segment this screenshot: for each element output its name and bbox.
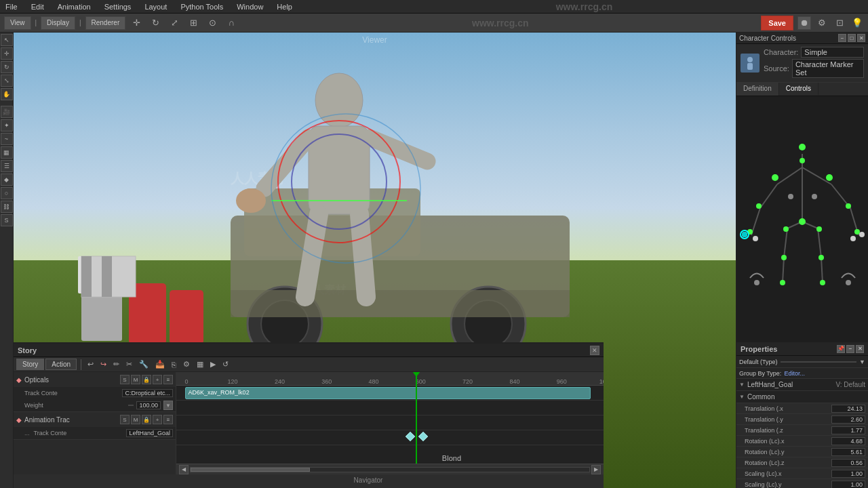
loop-icon[interactable]: ↺	[220, 359, 231, 369]
track-solo[interactable]: S	[120, 375, 130, 384]
scroll-left[interactable]: ◀	[179, 465, 189, 474]
cc-minimize[interactable]: −	[838, 34, 846, 42]
menu-settings[interactable]: Settings	[102, 3, 134, 11]
rotate-icon[interactable]: ↻	[149, 16, 162, 30]
anim-solo[interactable]: S	[120, 415, 130, 424]
copy-icon[interactable]: ⎘	[170, 360, 178, 369]
settings2-icon[interactable]: ⚙	[181, 359, 192, 369]
scroll-right[interactable]: ▶	[591, 465, 601, 474]
play-icon[interactable]: ▶	[208, 359, 218, 369]
redo-icon[interactable]: ↪	[98, 359, 108, 369]
keyframe-2[interactable]	[418, 432, 428, 441]
track-controls: S M 🔒 + ≡	[120, 375, 173, 384]
settings-icon[interactable]: ⚙	[815, 16, 829, 30]
track-menu[interactable]: ≡	[163, 375, 173, 384]
menu-edit[interactable]: Edit	[28, 3, 47, 11]
render-icon[interactable]: 💡	[850, 16, 864, 30]
renderer-button[interactable]: Renderer	[85, 16, 126, 30]
char-value[interactable]: Simple	[801, 47, 864, 58]
deform-tool[interactable]: S	[1, 214, 13, 226]
story-title: Story	[18, 346, 37, 354]
view-button[interactable]: View	[4, 16, 31, 30]
menu-file[interactable]: File	[3, 3, 20, 11]
null-tool[interactable]: ○	[1, 187, 13, 199]
rot-z-input[interactable]	[831, 459, 865, 467]
scale-x-input[interactable]	[831, 470, 865, 478]
pan-tool[interactable]: ✋	[1, 88, 13, 100]
track-mute[interactable]: M	[131, 375, 140, 384]
pencil-icon[interactable]: ✏	[111, 359, 121, 369]
magnet-icon[interactable]: 🔧	[137, 359, 151, 369]
camera-icon[interactable]: ⊙	[205, 16, 219, 30]
import-icon[interactable]: 📥	[153, 359, 167, 369]
story-panel: Story ✕ Story Action ↩ ↪ ✏ ✂ 🔧 📥 ⎘ ⚙ ▦	[14, 342, 604, 488]
trans-x-input[interactable]	[831, 405, 865, 413]
scale-tool[interactable]: ⤡	[1, 75, 13, 87]
view-toggle-icon[interactable]: ⊡	[833, 16, 846, 30]
arc-icon[interactable]: ∩	[224, 16, 238, 30]
prop-close[interactable]: ✕	[856, 345, 864, 353]
transform-tool[interactable]: ✛	[1, 47, 13, 60]
record-icon[interactable]: ⏺	[797, 16, 811, 30]
menu-animation[interactable]: Animation	[55, 3, 94, 11]
menu-window[interactable]: Window	[234, 3, 266, 11]
transform-icon[interactable]: ⊞	[186, 16, 200, 30]
editor-value[interactable]: Editor...	[784, 370, 805, 377]
anim-expand[interactable]: +	[153, 415, 162, 424]
viewport[interactable]: Viewer 人人素材 人人素材	[14, 33, 736, 488]
rot-y-input[interactable]	[831, 448, 865, 456]
move-icon[interactable]: ✛	[130, 16, 143, 30]
cc-close[interactable]: ✕	[857, 34, 865, 42]
visibility-label: V: Default	[835, 381, 865, 388]
prop-minimize[interactable]: −	[846, 345, 854, 353]
prop-pin[interactable]: 📌	[837, 345, 845, 353]
cc-maximize[interactable]: □	[848, 34, 856, 42]
story-timeline[interactable]: 0 120 240 360 480 600 720 840 960 1080	[176, 372, 604, 474]
save-button[interactable]: Save	[761, 16, 793, 30]
trans-z-input[interactable]	[831, 426, 865, 434]
mesh-tool[interactable]: ▦	[1, 146, 13, 159]
source-value[interactable]: Character Marker Set	[792, 59, 864, 78]
type-dropdown[interactable]	[781, 361, 857, 363]
curve-tool[interactable]: ~	[1, 133, 13, 145]
tab-controls[interactable]: Controls	[779, 83, 818, 96]
anim-lock[interactable]: 🔒	[142, 415, 151, 424]
story-content: ◆ Opticals S M 🔒 + ≡ Track Conte	[14, 372, 604, 474]
light-tool[interactable]: ✦	[1, 119, 13, 131]
svg-point-42	[800, 158, 805, 163]
scroll-track[interactable]	[190, 467, 590, 472]
display-button[interactable]: Display	[41, 16, 75, 30]
story-close[interactable]: ✕	[590, 346, 599, 355]
rot-x-input[interactable]	[831, 437, 865, 445]
rig-tool[interactable]: ☰	[1, 160, 13, 172]
track-opticals-name: Opticals	[24, 376, 117, 384]
tl-anim-track	[176, 430, 604, 445]
scale-y-input[interactable]	[831, 481, 865, 489]
story-tab-story[interactable]: Story	[16, 359, 44, 370]
scale-icon[interactable]: ⤢	[167, 16, 181, 30]
tab-definition[interactable]: Definition	[736, 83, 779, 96]
type-options[interactable]: ▼	[859, 359, 865, 365]
menu-help[interactable]: Help	[274, 3, 295, 11]
track-expand[interactable]: +	[153, 375, 162, 384]
razor-icon[interactable]: ✂	[124, 359, 134, 369]
undo-icon[interactable]: ↩	[85, 359, 96, 369]
rotate-tool[interactable]: ↻	[1, 61, 13, 73]
keyframe-1[interactable]	[406, 432, 415, 441]
trans-y-input[interactable]	[831, 415, 865, 424]
grid-icon[interactable]: ▦	[195, 359, 205, 369]
marker-tool[interactable]: ◆	[1, 174, 13, 186]
constraint-tool[interactable]: ⛓	[1, 201, 13, 213]
anim-mute[interactable]: M	[131, 415, 140, 424]
ruler-960: 960	[557, 378, 567, 385]
story-tab-action[interactable]: Action	[45, 359, 77, 370]
track-lock[interactable]: 🔒	[142, 375, 151, 384]
camera-tool[interactable]: 🎥	[1, 106, 13, 118]
menu-python-tools[interactable]: Python Tools	[178, 3, 226, 11]
menu-layout[interactable]: Layout	[142, 3, 170, 11]
opticals-clip[interactable]: AD6K_xav_ROM_lk02	[185, 387, 591, 399]
anim-menu[interactable]: ≡	[163, 415, 173, 424]
select-tool[interactable]: ↖	[1, 34, 13, 46]
main-area: ↖ ✛ ↻ ⤡ ✋ 🎥 ✦ ~ ▦ ☰ ◆ ○ ⛓ S Viewer 人人素材 …	[0, 33, 868, 488]
weight-options[interactable]: ▼	[163, 401, 173, 410]
